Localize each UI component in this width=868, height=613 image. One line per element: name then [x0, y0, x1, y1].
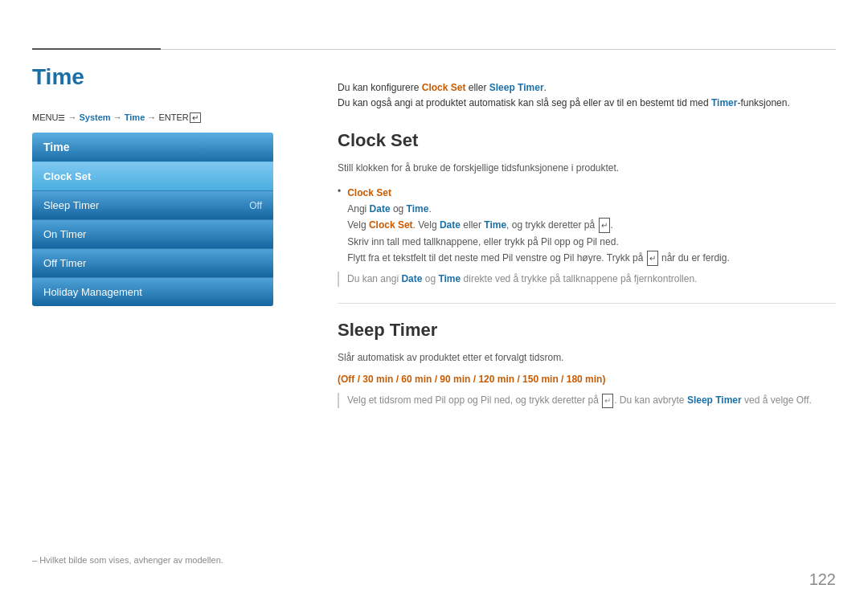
sub-line4: Flytt fra et tekstfelt til det neste med… [347, 252, 645, 264]
sub-time-2: Time [484, 219, 506, 231]
sleep-options: (Off / 30 min / 60 min / 90 min / 120 mi… [338, 374, 836, 385]
sidebar-item-holiday[interactable]: Holiday Management [32, 277, 273, 306]
top-line-thin [161, 49, 836, 50]
clockset-title: Clock Set [338, 130, 836, 151]
enter-icon-2: ↵ [647, 251, 658, 266]
note-post: direkte ved å trykke på tallknappene på … [461, 273, 697, 284]
intro-sleeptimer-ref: Sleep Timer [489, 82, 544, 93]
sleep-note-end: . [809, 394, 812, 406]
sleep-note-highlight: Sleep Timer [687, 394, 742, 406]
sidebar-item-sleeptimer-label: Sleep Timer [43, 199, 99, 211]
top-line-thick [32, 48, 161, 50]
page-number: 122 [809, 570, 836, 589]
intro-line2: Du kan også angi at produktet automatisk… [338, 96, 836, 111]
clockset-desc: Still klokken for å bruke de forskjellig… [338, 161, 836, 176]
clockset-section: Clock Set Still klokken for å bruke de f… [338, 130, 836, 286]
menu-path: MENU☰ → System → Time → ENTER↵ [32, 112, 202, 123]
sub-line2-pre: Velg [347, 219, 369, 231]
sub-line1-pre: Angi [347, 203, 369, 215]
note-date: Date [401, 273, 422, 284]
note-mid: og [422, 273, 438, 284]
sidebar-header: Time [32, 133, 273, 161]
sub-date-1: Date [370, 203, 391, 215]
sidebar-item-offtimer[interactable]: Off Timer [32, 248, 273, 277]
footer-note: – Hvilket bilde som vises, avhenger av m… [32, 555, 223, 565]
sub-date-2: Date [440, 219, 461, 231]
note-time: Time [438, 273, 461, 284]
intro-clockset-ref: Clock Set [422, 82, 466, 93]
arrow-1: → [68, 112, 79, 122]
menu-time: Time [125, 112, 145, 122]
bullet-dot: • [338, 186, 341, 267]
intro-line2-pre: Du kan også angi at produktet automatisk… [338, 97, 711, 108]
clockset-bullet: • Clock Set Angi Date og Time. Velg Cloc… [338, 185, 836, 267]
sub-time-1: Time [407, 203, 429, 215]
sleep-note-pre: Velg et tidsrom med Pil opp og Pil ned, … [347, 394, 601, 406]
sleep-title: Sleep Timer [338, 320, 836, 341]
arrow-3: → [147, 112, 158, 122]
sleep-note-off: Off [796, 394, 809, 406]
sidebar: Time Clock Set Sleep Timer Off On Timer … [32, 133, 273, 306]
intro-line1-pre: Du kan konfigurere [338, 82, 422, 93]
sub-line1-mid: og [391, 203, 407, 215]
note-pre: Du kan angi [347, 273, 401, 284]
section-divider [338, 303, 836, 304]
enter-icon-1: ↵ [599, 218, 610, 233]
sidebar-item-clockset-label: Clock Set [43, 170, 91, 182]
menu-icon: MENU [32, 112, 58, 122]
intro-line2-post: -funksjonen. [737, 97, 789, 108]
intro-text: Du kan konfigurere Clock Set eller Sleep… [338, 80, 836, 111]
sleep-note-post: ved å velge [742, 394, 796, 406]
sub-line3: Skriv inn tall med tallknappene, eller t… [347, 236, 619, 247]
sub-line4-end: når du er ferdig. [659, 252, 730, 264]
bullet-content: Clock Set Angi Date og Time. Velg Clock … [347, 185, 730, 267]
page-title: Time [32, 64, 84, 90]
sidebar-item-ontimer[interactable]: On Timer [32, 219, 273, 248]
sleep-desc: Slår automatisk av produktet etter et fo… [338, 350, 836, 366]
sidebar-item-sleeptimer[interactable]: Sleep Timer Off [32, 190, 273, 219]
sleep-options-text: (Off / 30 min / 60 min / 90 min / 120 mi… [338, 374, 605, 385]
sidebar-item-clockset[interactable]: Clock Set [32, 161, 273, 190]
sleep-note: Velg et tidsrom med Pil opp og Pil ned, … [338, 393, 836, 408]
sidebar-item-holiday-label: Holiday Management [43, 286, 142, 298]
intro-line1-post: . [544, 82, 547, 93]
sleep-note-mid: . Du kan avbryte [614, 394, 687, 406]
main-content: Du kan konfigurere Clock Set eller Sleep… [338, 80, 836, 408]
sub-line2-mid2: eller [461, 219, 484, 231]
enter-icon-3: ↵ [602, 394, 613, 408]
clockset-bullet-label: Clock Set [347, 187, 391, 198]
arrow-2: → [113, 112, 125, 122]
sidebar-item-offtimer-label: Off Timer [43, 257, 86, 269]
sidebar-item-ontimer-label: On Timer [43, 228, 86, 240]
intro-line1: Du kan konfigurere Clock Set eller Sleep… [338, 80, 836, 96]
sidebar-item-sleeptimer-value: Off [249, 200, 262, 211]
sub-line2-mid: . Velg [413, 219, 440, 231]
menu-system: System [80, 112, 111, 122]
sub-line2-post: , og trykk deretter på [506, 219, 597, 231]
sub-line1-post: . [428, 203, 431, 215]
intro-line1-mid: eller [465, 82, 489, 93]
intro-timer-ref: Timer [711, 97, 737, 108]
sleep-timer-section: Sleep Timer Slår automatisk av produktet… [338, 320, 836, 408]
menu-enter: ENTER↵ [158, 112, 201, 122]
clockset-note: Du kan angi Date og Time direkte ved å t… [338, 272, 836, 287]
sub-line2-end: . [611, 219, 613, 231]
sub-cs: Clock Set [369, 219, 413, 231]
